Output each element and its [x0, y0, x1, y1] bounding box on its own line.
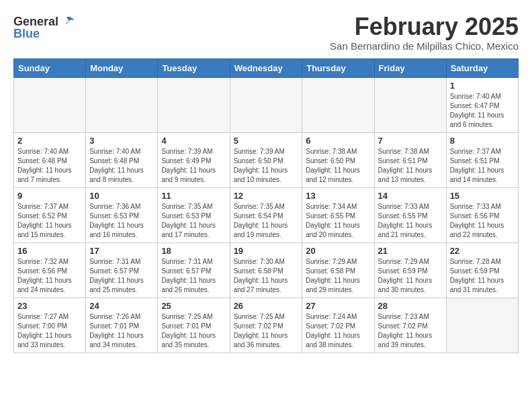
day-cell: 12Sunrise: 7:35 AM Sunset: 6:54 PM Dayli…	[230, 187, 302, 242]
day-cell: 15Sunrise: 7:33 AM Sunset: 6:56 PM Dayli…	[446, 187, 518, 242]
day-cell: 17Sunrise: 7:31 AM Sunset: 6:57 PM Dayli…	[86, 242, 158, 298]
day-number: 7	[378, 136, 443, 146]
day-number: 6	[306, 136, 370, 146]
day-cell	[86, 77, 158, 132]
logo-blue-text: Blue	[13, 27, 40, 41]
day-cell: 23Sunrise: 7:27 AM Sunset: 7:00 PM Dayli…	[14, 298, 86, 353]
title-area: February 2025 San Bernardino de Milpilla…	[330, 13, 519, 52]
day-number: 24	[89, 301, 154, 311]
day-number: 20	[306, 246, 370, 256]
day-cell: 8Sunrise: 7:37 AM Sunset: 6:51 PM Daylig…	[446, 132, 518, 187]
day-info: Sunrise: 7:40 AM Sunset: 6:48 PM Dayligh…	[17, 147, 82, 185]
day-cell	[446, 298, 518, 353]
day-info: Sunrise: 7:37 AM Sunset: 6:51 PM Dayligh…	[450, 147, 515, 185]
day-cell: 20Sunrise: 7:29 AM Sunset: 6:58 PM Dayli…	[302, 242, 374, 298]
day-number: 18	[161, 246, 226, 256]
logo-bird-icon	[58, 13, 75, 30]
day-info: Sunrise: 7:37 AM Sunset: 6:52 PM Dayligh…	[17, 202, 82, 240]
week-row-2: 2Sunrise: 7:40 AM Sunset: 6:48 PM Daylig…	[14, 132, 519, 187]
week-row-5: 23Sunrise: 7:27 AM Sunset: 7:00 PM Dayli…	[14, 298, 519, 353]
day-number: 8	[450, 136, 515, 146]
weekday-header-row: SundayMondayTuesdayWednesdayThursdayFrid…	[14, 58, 519, 77]
day-cell	[230, 77, 302, 132]
day-info: Sunrise: 7:31 AM Sunset: 6:57 PM Dayligh…	[161, 257, 226, 295]
day-cell: 21Sunrise: 7:29 AM Sunset: 6:59 PM Dayli…	[374, 242, 446, 298]
day-info: Sunrise: 7:39 AM Sunset: 6:50 PM Dayligh…	[234, 147, 299, 185]
day-info: Sunrise: 7:31 AM Sunset: 6:57 PM Dayligh…	[89, 257, 154, 295]
day-cell	[302, 77, 374, 132]
day-info: Sunrise: 7:30 AM Sunset: 6:58 PM Dayligh…	[234, 257, 299, 295]
day-number: 19	[234, 246, 299, 256]
day-info: Sunrise: 7:23 AM Sunset: 7:02 PM Dayligh…	[378, 312, 443, 350]
day-cell: 7Sunrise: 7:38 AM Sunset: 6:51 PM Daylig…	[374, 132, 446, 187]
day-number: 22	[450, 246, 515, 256]
day-info: Sunrise: 7:40 AM Sunset: 6:48 PM Dayligh…	[89, 147, 154, 185]
day-cell: 24Sunrise: 7:26 AM Sunset: 7:01 PM Dayli…	[86, 298, 158, 353]
weekday-header-sunday: Sunday	[14, 58, 86, 77]
day-cell: 10Sunrise: 7:36 AM Sunset: 6:53 PM Dayli…	[86, 187, 158, 242]
day-info: Sunrise: 7:32 AM Sunset: 6:56 PM Dayligh…	[17, 257, 82, 295]
day-info: Sunrise: 7:25 AM Sunset: 7:01 PM Dayligh…	[161, 312, 226, 350]
weekday-header-monday: Monday	[86, 58, 158, 77]
day-number: 14	[378, 191, 443, 201]
calendar-table: SundayMondayTuesdayWednesdayThursdayFrid…	[13, 58, 519, 353]
day-number: 11	[161, 191, 226, 201]
day-cell: 2Sunrise: 7:40 AM Sunset: 6:48 PM Daylig…	[14, 132, 86, 187]
day-number: 9	[17, 191, 82, 201]
weekday-header-wednesday: Wednesday	[230, 58, 302, 77]
day-info: Sunrise: 7:29 AM Sunset: 6:59 PM Dayligh…	[378, 257, 443, 295]
month-title: February 2025	[330, 13, 519, 40]
day-cell	[374, 77, 446, 132]
day-cell	[158, 77, 230, 132]
day-number: 26	[234, 301, 299, 311]
day-info: Sunrise: 7:33 AM Sunset: 6:55 PM Dayligh…	[378, 202, 443, 240]
day-info: Sunrise: 7:39 AM Sunset: 6:49 PM Dayligh…	[161, 147, 226, 185]
week-row-4: 16Sunrise: 7:32 AM Sunset: 6:56 PM Dayli…	[14, 242, 519, 298]
day-number: 16	[17, 246, 82, 256]
day-info: Sunrise: 7:27 AM Sunset: 7:00 PM Dayligh…	[17, 312, 82, 350]
day-info: Sunrise: 7:33 AM Sunset: 6:56 PM Dayligh…	[450, 202, 515, 240]
day-number: 10	[89, 191, 154, 201]
day-number: 12	[234, 191, 299, 201]
day-info: Sunrise: 7:40 AM Sunset: 6:47 PM Dayligh…	[450, 92, 515, 130]
day-info: Sunrise: 7:25 AM Sunset: 7:02 PM Dayligh…	[234, 312, 299, 350]
day-cell: 18Sunrise: 7:31 AM Sunset: 6:57 PM Dayli…	[158, 242, 230, 298]
day-number: 27	[306, 301, 370, 311]
day-cell: 27Sunrise: 7:24 AM Sunset: 7:02 PM Dayli…	[302, 298, 374, 353]
day-cell: 22Sunrise: 7:28 AM Sunset: 6:59 PM Dayli…	[446, 242, 518, 298]
location: San Bernardino de Milpillas Chico, Mexic…	[330, 40, 519, 52]
day-cell: 26Sunrise: 7:25 AM Sunset: 7:02 PM Dayli…	[230, 298, 302, 353]
day-cell: 4Sunrise: 7:39 AM Sunset: 6:49 PM Daylig…	[158, 132, 230, 187]
day-cell: 28Sunrise: 7:23 AM Sunset: 7:02 PM Dayli…	[374, 298, 446, 353]
day-cell: 5Sunrise: 7:39 AM Sunset: 6:50 PM Daylig…	[230, 132, 302, 187]
week-row-1: 1Sunrise: 7:40 AM Sunset: 6:47 PM Daylig…	[14, 77, 519, 132]
logo: General Blue	[13, 13, 75, 41]
day-info: Sunrise: 7:35 AM Sunset: 6:54 PM Dayligh…	[234, 202, 299, 240]
day-cell: 6Sunrise: 7:38 AM Sunset: 6:50 PM Daylig…	[302, 132, 374, 187]
day-info: Sunrise: 7:38 AM Sunset: 6:51 PM Dayligh…	[378, 147, 443, 185]
day-cell: 9Sunrise: 7:37 AM Sunset: 6:52 PM Daylig…	[14, 187, 86, 242]
day-number: 17	[89, 246, 154, 256]
day-number: 13	[306, 191, 370, 201]
day-cell: 14Sunrise: 7:33 AM Sunset: 6:55 PM Dayli…	[374, 187, 446, 242]
day-number: 3	[89, 136, 154, 146]
day-cell: 25Sunrise: 7:25 AM Sunset: 7:01 PM Dayli…	[158, 298, 230, 353]
weekday-header-saturday: Saturday	[446, 58, 518, 77]
weekday-header-friday: Friday	[374, 58, 446, 77]
day-cell	[14, 77, 86, 132]
day-number: 28	[378, 301, 443, 311]
day-number: 15	[450, 191, 515, 201]
weekday-header-tuesday: Tuesday	[158, 58, 230, 77]
day-number: 5	[234, 136, 299, 146]
day-info: Sunrise: 7:29 AM Sunset: 6:58 PM Dayligh…	[306, 257, 370, 295]
day-cell: 19Sunrise: 7:30 AM Sunset: 6:58 PM Dayli…	[230, 242, 302, 298]
day-info: Sunrise: 7:38 AM Sunset: 6:50 PM Dayligh…	[306, 147, 370, 185]
day-cell: 11Sunrise: 7:35 AM Sunset: 6:53 PM Dayli…	[158, 187, 230, 242]
day-cell: 16Sunrise: 7:32 AM Sunset: 6:56 PM Dayli…	[14, 242, 86, 298]
day-info: Sunrise: 7:34 AM Sunset: 6:55 PM Dayligh…	[306, 202, 370, 240]
day-cell: 3Sunrise: 7:40 AM Sunset: 6:48 PM Daylig…	[86, 132, 158, 187]
day-number: 2	[17, 136, 82, 146]
day-cell: 13Sunrise: 7:34 AM Sunset: 6:55 PM Dayli…	[302, 187, 374, 242]
week-row-3: 9Sunrise: 7:37 AM Sunset: 6:52 PM Daylig…	[14, 187, 519, 242]
day-number: 4	[161, 136, 226, 146]
